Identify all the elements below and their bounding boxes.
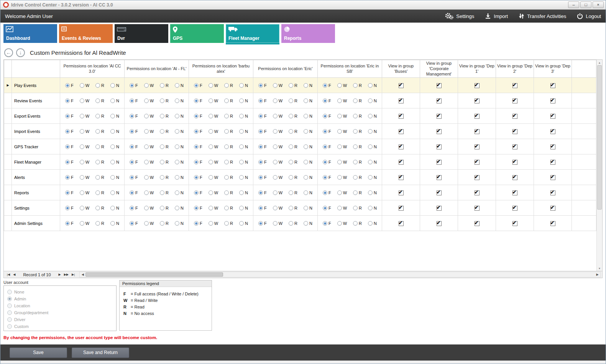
location-column-header[interactable]: Permissions on location 'Eric' <box>253 60 318 78</box>
group-view-checkbox[interactable] <box>475 114 480 119</box>
permission-radio-F[interactable]: F <box>258 129 267 134</box>
permission-radio-F[interactable]: F <box>130 98 138 103</box>
permission-radio-N[interactable]: N <box>239 160 248 164</box>
permission-radio-F[interactable]: F <box>323 98 331 103</box>
permission-radio-F[interactable]: F <box>65 175 74 180</box>
permission-radio-N[interactable]: N <box>239 206 248 210</box>
permission-radio-F[interactable]: F <box>130 129 138 134</box>
group-view-checkbox[interactable] <box>437 206 442 211</box>
permission-radio-F[interactable]: F <box>65 129 74 134</box>
permission-radio-W[interactable]: W <box>209 83 218 88</box>
permission-radio-F[interactable]: F <box>130 175 138 180</box>
permission-radio-W[interactable]: W <box>80 160 89 164</box>
row-indicator[interactable] <box>4 200 12 216</box>
permission-radio-F[interactable]: F <box>65 221 74 226</box>
permission-radio-W[interactable]: W <box>209 221 218 226</box>
collapse-button[interactable]: ↓ <box>16 48 25 57</box>
permission-radio-W[interactable]: W <box>209 98 218 103</box>
permission-radio-W[interactable]: W <box>144 144 154 149</box>
permission-radio-R[interactable]: R <box>224 221 233 226</box>
tab-gps[interactable]: GPS <box>170 24 224 43</box>
group-view-checkbox[interactable] <box>512 190 517 195</box>
group-view-checkbox[interactable] <box>437 190 442 195</box>
permission-radio-W[interactable]: W <box>209 144 218 149</box>
permission-radio-F[interactable]: F <box>65 114 74 118</box>
permission-radio-R[interactable]: R <box>95 221 104 226</box>
permission-radio-R[interactable]: R <box>353 129 362 134</box>
permission-radio-R[interactable]: R <box>289 206 297 210</box>
permission-radio-R[interactable]: R <box>95 83 104 88</box>
next-page-icon[interactable]: ▶ <box>57 273 62 276</box>
permission-radio-W[interactable]: W <box>144 206 154 210</box>
permission-radio-N[interactable]: N <box>304 83 312 88</box>
settings-button[interactable]: Settings <box>445 13 474 20</box>
permission-radio-R[interactable]: R <box>95 190 104 195</box>
permission-radio-F[interactable]: F <box>194 83 202 88</box>
group-view-checkbox[interactable] <box>550 175 555 180</box>
permission-radio-W[interactable]: W <box>337 175 347 180</box>
permission-radio-W[interactable]: W <box>144 114 154 118</box>
permission-radio-W[interactable]: W <box>144 175 154 180</box>
import-button[interactable]: Import <box>485 13 508 19</box>
permission-radio-W[interactable]: W <box>80 190 89 195</box>
permission-radio-W[interactable]: W <box>80 221 89 226</box>
permission-radio-R[interactable]: R <box>95 129 104 134</box>
group-view-checkbox[interactable] <box>475 129 480 134</box>
permission-radio-W[interactable]: W <box>337 160 347 164</box>
permission-radio-F[interactable]: F <box>258 98 267 103</box>
permission-radio-R[interactable]: R <box>224 114 233 118</box>
permission-radio-N[interactable]: N <box>110 83 119 88</box>
permission-radio-N[interactable]: N <box>368 83 377 88</box>
permission-radio-W[interactable]: W <box>273 114 282 118</box>
permission-radio-W[interactable]: W <box>80 83 89 88</box>
group-view-checkbox[interactable] <box>437 114 442 119</box>
permission-radio-N[interactable]: N <box>304 190 312 195</box>
permission-radio-N[interactable]: N <box>110 144 119 149</box>
group-view-checkbox[interactable] <box>550 221 555 226</box>
permission-radio-F[interactable]: F <box>194 206 202 210</box>
user-account-option-none[interactable]: None <box>7 289 113 295</box>
location-column-header[interactable]: Permissions on location 'Al - FL' <box>125 60 189 78</box>
permission-radio-N[interactable]: N <box>368 144 377 149</box>
group-view-checkbox[interactable] <box>399 98 404 103</box>
permission-radio-N[interactable]: N <box>110 160 119 164</box>
group-view-checkbox[interactable] <box>399 160 404 165</box>
permission-radio-F[interactable]: F <box>323 114 331 118</box>
permission-radio-F[interactable]: F <box>258 190 267 195</box>
row-indicator[interactable] <box>4 185 12 200</box>
permission-radio-N[interactable]: N <box>368 221 377 226</box>
permission-radio-N[interactable]: N <box>304 206 312 210</box>
permission-radio-F[interactable]: F <box>194 98 202 103</box>
permission-radio-R[interactable]: R <box>353 175 362 180</box>
permission-radio-N[interactable]: N <box>304 144 312 149</box>
permission-radio-W[interactable]: W <box>80 98 89 103</box>
permission-radio-N[interactable]: N <box>110 114 119 118</box>
permission-radio-W[interactable]: W <box>209 206 218 210</box>
permission-radio-R[interactable]: R <box>224 83 233 88</box>
permission-radio-R[interactable]: R <box>160 221 169 226</box>
permission-radio-R[interactable]: R <box>289 160 297 164</box>
prev-page-icon[interactable]: ◀ <box>11 273 17 276</box>
permission-radio-F[interactable]: F <box>130 221 138 226</box>
row-indicator[interactable] <box>4 93 12 108</box>
tab-events-reviews[interactable]: Events & Reviews <box>59 24 113 43</box>
user-account-option-location[interactable]: Location <box>7 302 113 309</box>
permission-radio-R[interactable]: R <box>160 206 169 210</box>
close-button[interactable]: × <box>593 2 604 8</box>
permission-radio-N[interactable]: N <box>304 114 312 118</box>
permission-radio-R[interactable]: R <box>224 160 233 164</box>
save-and-return-button[interactable]: Save and Return <box>72 348 129 358</box>
permission-radio-W[interactable]: W <box>337 98 347 103</box>
last-page-icon[interactable]: ▶| <box>70 273 76 276</box>
group-view-checkbox[interactable] <box>512 175 517 180</box>
permission-radio-F[interactable]: F <box>323 144 331 149</box>
group-view-checkbox[interactable] <box>512 98 517 103</box>
permission-radio-R[interactable]: R <box>353 98 362 103</box>
permission-radio-W[interactable]: W <box>337 83 347 88</box>
permission-radio-N[interactable]: N <box>175 83 184 88</box>
permission-radio-W[interactable]: W <box>273 160 282 164</box>
tab-dashboard[interactable]: Dashboard <box>3 24 57 43</box>
permission-radio-N[interactable]: N <box>110 221 119 226</box>
permission-radio-R[interactable]: R <box>224 190 233 195</box>
permission-radio-N[interactable]: N <box>304 160 312 164</box>
